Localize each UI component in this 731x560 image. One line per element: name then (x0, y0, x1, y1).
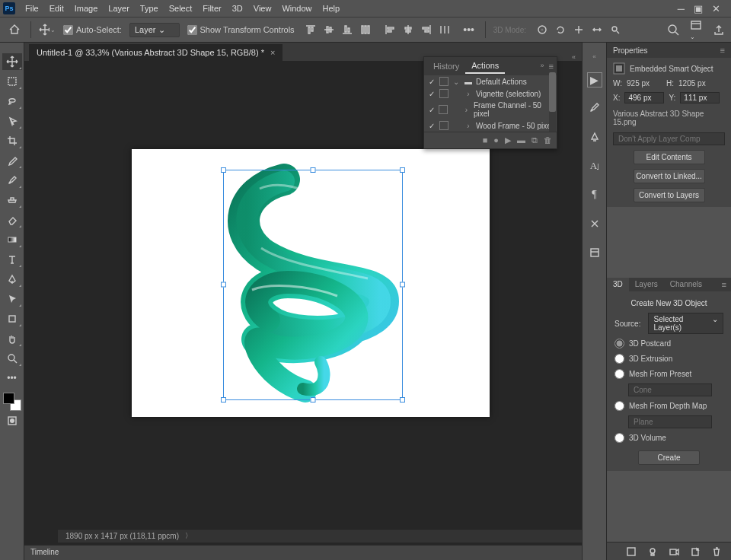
mode-box[interactable] (439, 89, 448, 98)
menu-edit[interactable]: Edit (44, 2, 69, 15)
menu-layer[interactable]: Layer (103, 2, 135, 15)
share-icon[interactable] (713, 24, 725, 36)
transform-handle-ne[interactable] (400, 167, 405, 173)
tab-actions[interactable]: Actions (465, 59, 505, 74)
transform-handle-w[interactable] (221, 282, 226, 288)
crop-tool[interactable] (2, 132, 22, 149)
align-vcenter-icon[interactable] (321, 21, 337, 38)
expand-arrow-icon[interactable]: › (462, 106, 471, 114)
hand-tool[interactable] (2, 330, 22, 347)
mode-box[interactable] (439, 121, 448, 130)
play-actions-icon[interactable]: ▶ (587, 72, 602, 88)
panel-menu-icon[interactable]: ≡ (549, 62, 554, 71)
libraries-icon[interactable] (586, 244, 603, 261)
source-select[interactable]: Selected Layer(s)⌄ (648, 313, 723, 334)
radio-postcard[interactable]: 3D Postcard (614, 338, 723, 349)
tab-history[interactable]: History (427, 59, 465, 73)
edit-toolbar[interactable]: ••• (2, 370, 22, 387)
action-row[interactable]: ✓ › Vignette (selection) (424, 88, 557, 100)
auto-select-mode[interactable]: Layer ⌄ (129, 23, 180, 37)
eyedropper-tool[interactable] (2, 152, 22, 169)
slide-3d-icon[interactable] (589, 21, 605, 38)
mode-box[interactable] (439, 105, 447, 114)
align-left-icon[interactable] (381, 21, 398, 38)
path-select-tool[interactable] (2, 291, 22, 307)
shape-tool[interactable] (2, 310, 22, 327)
transform-handle-sw[interactable] (221, 397, 226, 402)
expand-arrow-icon[interactable]: › (464, 122, 473, 130)
y-input[interactable] (680, 92, 720, 103)
gradient-tool[interactable] (2, 231, 22, 248)
actions-scrollbar[interactable] (549, 72, 556, 132)
check-icon[interactable]: ✓ (427, 122, 436, 130)
action-row[interactable]: ✓ › Wood Frame - 50 pixel (424, 119, 557, 132)
stop-icon[interactable]: ■ (483, 135, 488, 145)
clone-source-icon[interactable] (586, 129, 603, 145)
search-icon[interactable] (667, 24, 679, 36)
scrollbar-thumb[interactable] (549, 72, 556, 112)
quick-mask-tool[interactable] (2, 412, 22, 429)
tab-channels[interactable]: Channels (664, 278, 708, 291)
zoom-tool[interactable] (2, 350, 22, 367)
tools-panel-icon[interactable] (586, 215, 603, 232)
actions-panel[interactable]: History Actions » ≡ ✓ ⌄ ▬ Default Action… (423, 56, 557, 149)
mode-box[interactable] (439, 77, 448, 86)
radio-volume[interactable]: 3D Volume (614, 432, 723, 444)
canvas[interactable] (132, 149, 490, 417)
pen-tool[interactable] (2, 271, 22, 288)
preset-select[interactable]: Cone (628, 383, 712, 396)
close-button[interactable]: ✕ (712, 3, 720, 14)
minimize-button[interactable]: ─ (678, 3, 685, 14)
maximize-button[interactable]: ▣ (694, 3, 703, 14)
quick-select-tool[interactable] (2, 113, 22, 129)
zoom-3d-icon[interactable] (607, 21, 624, 38)
color-swatch[interactable] (5, 394, 20, 409)
align-top-icon[interactable] (302, 21, 319, 38)
menu-help[interactable]: Help (318, 2, 346, 15)
check-icon[interactable]: ✓ (427, 90, 436, 98)
auto-select-input[interactable] (63, 25, 73, 35)
panel-menu-icon[interactable]: ≡ (720, 46, 725, 55)
check-icon[interactable]: ✓ (427, 78, 436, 86)
render-icon[interactable] (626, 546, 637, 557)
transform-handle-nw[interactable] (221, 167, 226, 173)
show-transform-checkbox[interactable]: Show Transform Controls (187, 25, 295, 35)
menu-3d[interactable]: 3D (227, 2, 248, 15)
menu-image[interactable]: Image (69, 2, 104, 15)
document-tab[interactable]: Untitled-1 @ 33,3% (Various Abstract 3D … (29, 44, 283, 61)
show-transform-input[interactable] (187, 25, 197, 35)
move-tool[interactable] (2, 53, 22, 70)
menu-select[interactable]: Select (164, 2, 198, 15)
character-panel-icon[interactable]: A| (586, 158, 603, 174)
layer-comp-select[interactable]: Don't Apply Layer Comp (613, 132, 725, 145)
type-tool[interactable] (2, 251, 22, 268)
tab-collapse-icon[interactable]: « (566, 53, 582, 61)
tab-layers[interactable]: Layers (629, 278, 664, 291)
radio-mesh-preset[interactable]: Mesh From Preset (614, 368, 723, 380)
radio-mesh-depth[interactable]: Mesh From Depth Map (614, 400, 723, 412)
pan-3d-icon[interactable] (570, 21, 587, 38)
edit-contents-button[interactable]: Edit Contents (634, 150, 705, 164)
auto-select-checkbox[interactable]: Auto-Select: (63, 25, 122, 35)
roll-3d-icon[interactable] (552, 21, 569, 38)
move-tool-icon[interactable]: ⌄ (39, 21, 56, 38)
orbit-3d-icon[interactable] (534, 21, 551, 38)
align-bottom-icon[interactable] (339, 21, 356, 38)
convert-layers-button[interactable]: Convert to Layers (634, 188, 705, 202)
x-input[interactable] (624, 92, 664, 103)
menu-filter[interactable]: Filter (197, 2, 226, 15)
menu-window[interactable]: Window (276, 2, 317, 15)
align-hcenter-icon[interactable] (400, 21, 417, 38)
brush-panel-icon[interactable] (586, 100, 603, 116)
action-row[interactable]: ✓ › Frame Channel - 50 pixel (424, 100, 557, 119)
trash-icon[interactable]: 🗑 (544, 135, 552, 145)
home-button[interactable] (6, 21, 23, 38)
transform-handle-e[interactable] (400, 282, 405, 288)
collapse-arrow-icon[interactable]: ⌄ (452, 78, 461, 86)
check-icon[interactable]: ✓ (427, 106, 436, 114)
menu-type[interactable]: Type (135, 2, 164, 15)
menu-file[interactable]: File (20, 2, 44, 15)
status-menu-icon[interactable]: 〉 (185, 531, 192, 541)
transform-handle-s[interactable] (311, 397, 316, 402)
record-icon[interactable]: ● (493, 135, 499, 145)
